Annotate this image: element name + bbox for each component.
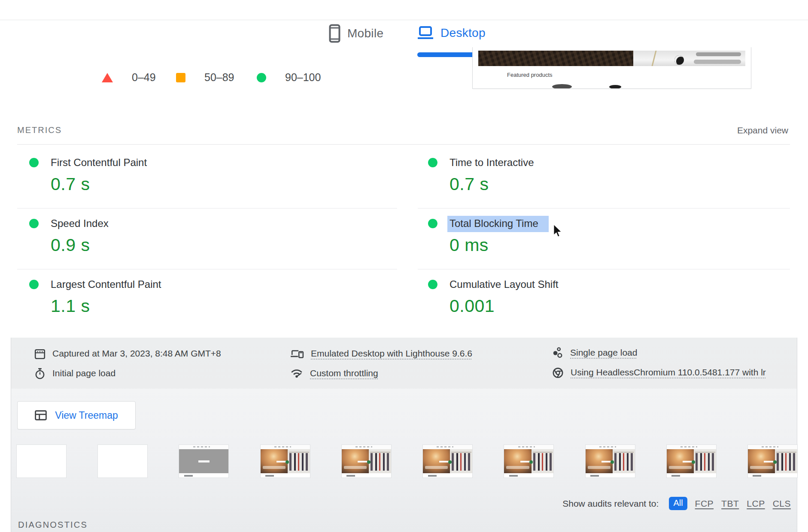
filmstrip [16, 444, 798, 479]
metric-value: 0.001 [450, 296, 797, 316]
pass-dot-icon [29, 280, 39, 289]
frame-footer [586, 473, 635, 478]
frame-hero-image [342, 449, 369, 473]
pass-dot-icon [29, 158, 39, 167]
frame-header [179, 445, 228, 449]
filter-tbt-button[interactable]: TBT [721, 499, 739, 509]
frame-hero-image [586, 449, 613, 473]
filmstrip-frame-shot [341, 444, 392, 478]
frame-page-body [667, 449, 716, 473]
average-square-icon [176, 73, 185, 82]
filmstrip-frame-shot [666, 444, 717, 478]
pass-dot-icon [428, 280, 437, 289]
tab-mobile[interactable]: Mobile [329, 24, 383, 43]
filter-lcp-button[interactable]: LCP [747, 499, 765, 509]
legend-pass: 90–100 [257, 71, 321, 84]
frame-footer [261, 473, 310, 478]
pass-dot-icon [428, 158, 437, 167]
tab-mobile-label: Mobile [347, 27, 383, 40]
filmstrip-frame-blank [97, 444, 148, 478]
view-treemap-button[interactable]: View Treemap [17, 401, 136, 429]
user-agent-link[interactable]: Using HeadlessChromium 110.0.5481.177 wi… [571, 366, 766, 378]
emulation-link[interactable]: Emulated Desktop with Lighthouse 9.6.6 [311, 348, 472, 359]
legend-average-label: 50–89 [204, 71, 234, 84]
frame-logo-dot [367, 460, 371, 464]
frame-page-body [423, 449, 472, 473]
frame-logo-dot [529, 460, 533, 464]
frame-hero-image [504, 449, 531, 473]
frame-header [261, 445, 310, 449]
frame-header [748, 445, 797, 449]
metric-value: 1.1 s [51, 296, 398, 316]
filter-fcp-button[interactable]: FCP [695, 499, 714, 509]
audit-filter-label: Show audits relevant to: [562, 499, 659, 509]
metric-value: 0.7 s [450, 174, 797, 194]
diagnostics-section-title: DIAGNOSTICS [18, 520, 88, 530]
frame-logo-dot [448, 460, 452, 464]
preview-product-thumb [609, 85, 621, 89]
calendar-icon [34, 348, 46, 360]
treemap-icon [35, 410, 47, 420]
frame-page-body [504, 449, 553, 473]
frame-clothing-image [694, 449, 716, 473]
desktop-laptop-icon [417, 26, 434, 40]
pass-circle-icon [257, 73, 266, 82]
metric-value: 0.7 s [51, 174, 398, 194]
legend-pass-label: 90–100 [285, 71, 321, 84]
frame-hero-image [261, 449, 288, 473]
expand-view-button[interactable]: Expand view [737, 125, 788, 136]
metric-row-divider [418, 269, 790, 269]
audit-filter: Show audits relevant to: All FCP TBT LCP… [562, 497, 791, 510]
legend-fail: 0–49 [102, 71, 156, 84]
metric-label: Cumulative Layout Shift [450, 278, 558, 290]
tab-desktop[interactable]: Desktop [417, 26, 486, 40]
metric-largest-contentful-paint: Largest Contentful Paint 1.1 s [29, 278, 398, 316]
runtime-load-mode: Single page load [552, 347, 637, 359]
captured-at-text: Captured at Mar 3, 2023, 8:48 AM GMT+8 [52, 348, 221, 359]
legend-average: 50–89 [176, 71, 234, 84]
pass-dot-icon [428, 219, 437, 228]
frame-logo-dot [773, 460, 777, 464]
filmstrip-frame-shot [422, 444, 473, 478]
throttling-link[interactable]: Custom throttling [310, 367, 378, 379]
metric-first-contentful-paint: First Contentful Paint 0.7 s [29, 157, 398, 194]
frame-footer [748, 473, 797, 478]
metric-label: Largest Contentful Paint [51, 278, 161, 290]
frame-header [423, 445, 472, 449]
metric-speed-index: Speed Index 0.9 s [29, 218, 398, 255]
frame-loading-body [179, 449, 228, 473]
top-divider [0, 20, 808, 20]
frame-header [586, 445, 635, 449]
view-treemap-label: View Treemap [55, 410, 118, 421]
frame-logo-dot [611, 460, 614, 464]
metric-cumulative-layout-shift: Cumulative Layout Shift 0.001 [428, 278, 797, 316]
frame-footer [667, 473, 716, 478]
devices-icon [290, 348, 304, 360]
frame-hero-image [667, 449, 694, 473]
preview-banner-dark-image [478, 51, 633, 66]
frame-clothing-image [288, 449, 310, 473]
frame-footer [342, 473, 391, 478]
metrics-divider [17, 144, 790, 145]
frame-header [504, 445, 553, 449]
filter-all-button[interactable]: All [669, 497, 687, 510]
preview-featured-products-label: Featured products [507, 72, 553, 78]
chrome-icon [552, 367, 564, 379]
metric-label: First Contentful Paint [51, 157, 147, 169]
frame-hero-image [748, 449, 775, 473]
runtime-page-load-type: Initial page load [34, 367, 115, 380]
frame-footer [423, 473, 472, 478]
mouse-cursor-icon [552, 224, 564, 238]
frame-clothing-image [450, 449, 472, 473]
metric-label: Speed Index [51, 218, 109, 230]
stopwatch-icon [34, 368, 46, 380]
frame-clothing-image [613, 449, 635, 473]
mobile-phone-icon [329, 24, 340, 43]
metric-label: Time to Interactive [450, 157, 534, 169]
frame-clothing-image [775, 449, 797, 473]
filter-cls-button[interactable]: CLS [773, 499, 791, 509]
load-mode-link[interactable]: Single page load [570, 347, 637, 358]
runtime-throttling: Custom throttling [290, 367, 378, 379]
metric-label-selected-text: Total Blocking Time [447, 216, 549, 232]
page-load-type-text: Initial page load [52, 367, 115, 379]
